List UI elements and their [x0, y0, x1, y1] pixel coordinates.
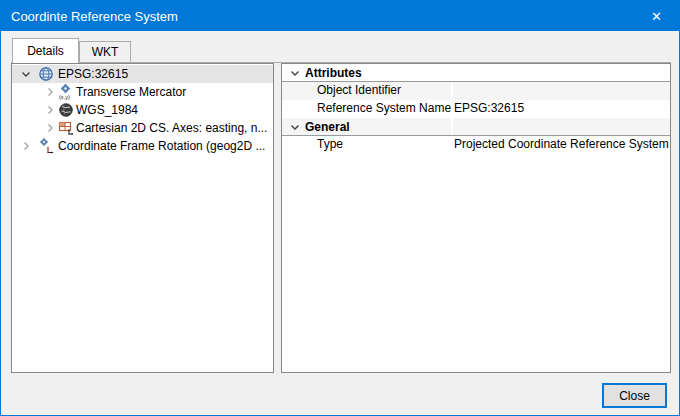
tab-details-label: Details	[27, 44, 64, 58]
globe-dark-icon	[58, 102, 74, 118]
crs-tree: EPSG:32615 (x,y) Transverse Mercato	[11, 63, 274, 373]
chevron-down-icon[interactable]	[287, 119, 303, 135]
tab-wkt[interactable]: WKT	[79, 41, 131, 62]
chevron-down-icon[interactable]	[287, 65, 303, 81]
chevron-right-icon[interactable]	[42, 84, 58, 100]
crs-properties: Attributes Object Identifier Reference S…	[281, 63, 671, 373]
property-row-type[interactable]: Type Projected Coordinate Reference Syst…	[282, 136, 670, 154]
chevron-right-icon[interactable]	[42, 120, 58, 136]
gear-axes-icon	[38, 138, 54, 154]
section-header-attributes[interactable]: Attributes	[282, 64, 670, 82]
tree-item-label: Coordinate Frame Rotation (geog2D ...	[58, 137, 265, 155]
property-label: Reference System Name	[317, 100, 451, 117]
tree-item-label: WGS_1984	[76, 101, 138, 119]
globe-blue-icon	[38, 66, 54, 82]
svg-text:(x,y): (x,y)	[59, 94, 70, 100]
tab-details[interactable]: Details	[12, 38, 79, 63]
property-value-cell	[453, 82, 670, 100]
close-button-label: Close	[619, 389, 650, 403]
section-value-cell	[453, 118, 670, 136]
property-label: Object Identifier	[317, 82, 401, 99]
tab-wkt-label: WKT	[92, 45, 119, 59]
chevron-right-icon[interactable]	[42, 102, 58, 118]
window-close-button[interactable]: ✕	[634, 1, 679, 31]
gear-xy-icon: (x,y)	[58, 84, 74, 100]
section-title: General	[305, 118, 350, 136]
section-header-general[interactable]: General	[282, 118, 670, 136]
tree-item-wgs-1984[interactable]: WGS_1984	[12, 101, 273, 119]
property-value: Projected Coordinate Reference System	[454, 136, 669, 153]
tree-item-cartesian-2d-cs[interactable]: Cartesian 2D CS. Axes: easting, n...	[12, 119, 273, 137]
property-row-object-identifier[interactable]: Object Identifier	[282, 82, 670, 100]
tree-item-epsg-32615[interactable]: EPSG:32615	[12, 65, 273, 83]
property-value: EPSG:32615	[454, 100, 524, 117]
tree-item-transverse-mercator[interactable]: (x,y) Transverse Mercator	[12, 83, 273, 101]
tree-item-coordinate-frame-rotation[interactable]: Coordinate Frame Rotation (geog2D ...	[12, 137, 273, 155]
tree-item-label: EPSG:32615	[58, 65, 128, 83]
cartesian-axes-icon	[58, 120, 74, 136]
property-label: Type	[317, 136, 343, 153]
close-icon: ✕	[651, 9, 662, 24]
chevron-right-icon[interactable]	[18, 138, 34, 154]
property-row-reference-system-name[interactable]: Reference System Name EPSG:32615	[282, 100, 670, 118]
crs-dialog-window: Coordinte Reference System ✕ Details WKT	[0, 0, 680, 416]
section-title: Attributes	[305, 64, 362, 82]
title-bar[interactable]: Coordinte Reference System ✕	[1, 1, 679, 31]
tree-item-label: Cartesian 2D CS. Axes: easting, n...	[76, 119, 267, 137]
chevron-down-icon[interactable]	[18, 66, 34, 82]
window-title: Coordinte Reference System	[1, 9, 178, 24]
tree-item-label: Transverse Mercator	[76, 83, 186, 101]
close-button[interactable]: Close	[602, 383, 667, 408]
